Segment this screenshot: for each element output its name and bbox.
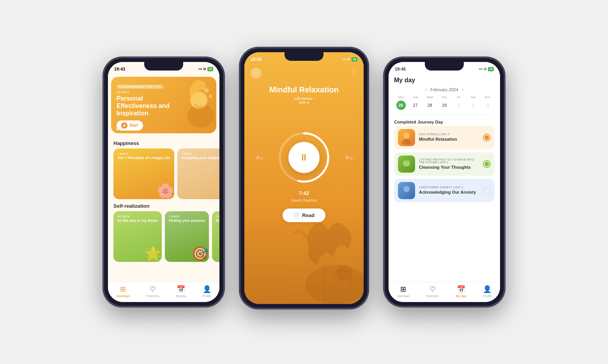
signal-icon-2: ▪▪▪ [343, 57, 346, 61]
journeys-label: Journeys [116, 294, 130, 298]
back-button[interactable]: ← [251, 68, 262, 79]
card-title-6: Di... [216, 219, 219, 223]
nav-journeys-1[interactable]: ⊞ Journeys [116, 285, 130, 298]
ji-check-2[interactable] [483, 160, 491, 168]
weekday-tue: Tue [408, 95, 423, 99]
start-label: Start [129, 123, 138, 127]
ji-check-1[interactable] [483, 134, 491, 141]
svg-point-2 [204, 88, 209, 93]
myday-label-3: My day [456, 294, 466, 298]
myday-label: My day [176, 294, 186, 298]
nav-favorites-1[interactable]: ♡ Favorites [147, 285, 159, 298]
journeys-icon: ⊞ [120, 285, 126, 293]
happiness-cards-row: 7 DAYS The 7 Principles of a Happy Life … [108, 148, 219, 199]
journey-item-1[interactable]: ANTI-STRESS | DAY 4 Mindful Relaxation [394, 126, 495, 149]
calendar-month: February 2024 [430, 87, 458, 92]
ji-title-2: Cleansing Your Thoughts [419, 164, 479, 170]
cal-date-2[interactable]: 2 [468, 101, 478, 110]
card-days-2: 7 DAYS [181, 152, 219, 155]
journey-item-3[interactable]: OVERCOMING ANXIETY | DAY 1 Acknowledging… [394, 179, 495, 202]
ji-meta-3: OVERCOMING ANXIETY | DAY 1 [419, 186, 479, 189]
card-title-1: The 7 Principles of a Happy Life [117, 156, 170, 161]
card-7principles[interactable]: 7 DAYS The 7 Principles of a Happy Life … [113, 148, 174, 199]
cal-date-26[interactable]: 26 [396, 101, 406, 110]
card-purpose[interactable]: 7 DAYS Finding your purpose 🎯 [165, 211, 209, 262]
card-days-4: 14 DAYS [117, 215, 158, 218]
phone3-content: My day ‹ February 2024 › Mon Tue Wed Thu… [389, 74, 500, 302]
wifi-icon-2: ⊙ [347, 57, 350, 61]
journeys-icon-3: ⊞ [400, 285, 406, 293]
svg-point-13 [403, 186, 410, 192]
card-accepting[interactable]: 7 DAYS Accepting your weight, age & look… [177, 148, 219, 199]
phone1-screen: 19:43 ▪▪▪ ⊙ 76 RECOMMENDED FOR YOU 13 DA… [108, 62, 219, 302]
hero-dots [117, 128, 125, 130]
card-6[interactable]: 7 DAYS Di... [212, 211, 219, 262]
cal-date-27[interactable]: 27 [411, 101, 420, 110]
phone3-screen: 19:45 ▪▪▪ ⊙ 75 My day ‹ February 2024 › [389, 62, 500, 302]
nav-profile-1[interactable]: 👤 Profile [202, 285, 211, 298]
hero-illustration [177, 79, 216, 129]
card-days-6: 7 DAYS [216, 215, 219, 218]
recommended-badge: RECOMMENDED FOR YOU [117, 85, 164, 89]
profile-icon-3: 👤 [483, 285, 491, 293]
card-title-2: Accepting your weight, age & look [181, 156, 219, 161]
nav-myday-3[interactable]: 📅 My day [456, 285, 466, 298]
cal-dates: 26 27 28 29 1 2 3 [389, 100, 500, 113]
nav-myday-1[interactable]: 📅 My day [176, 285, 186, 298]
phone-3: 19:45 ▪▪▪ ⊙ 75 My day ‹ February 2024 › [384, 57, 505, 307]
battery-1: 76 [207, 67, 213, 71]
nav-journeys-3[interactable]: ⊞ Journeys [397, 285, 409, 298]
cal-prev-arrow[interactable]: ‹ [425, 87, 426, 92]
cal-next-arrow[interactable]: › [462, 87, 464, 92]
phone2-screen: 18:50 ▪▪▪ ⊙ 76 ← ♡ Mindful Relaxation An… [244, 52, 364, 304]
svg-point-9 [403, 133, 410, 139]
ji-check-3[interactable] [483, 187, 491, 194]
cal-date-28[interactable]: 28 [425, 101, 435, 110]
favorites-icon-3: ♡ [429, 285, 436, 293]
happiness-section-title: Happiness [108, 136, 219, 148]
nav-profile-3[interactable]: 👤 Profile [483, 285, 492, 298]
nav-favorites-3[interactable]: ♡ Favorites [426, 285, 439, 298]
card-days-5: 7 DAYS [169, 215, 205, 218]
wifi-icon-3: ⊙ [484, 67, 487, 71]
skip-back-button[interactable]: ↺15 [255, 155, 263, 161]
journey-items: ANTI-STRESS | DAY 4 Mindful Relaxation [389, 126, 500, 302]
ji-thumb-1 [398, 129, 415, 146]
divider-1 [394, 115, 495, 115]
play-icon [121, 122, 127, 129]
cal-date-3[interactable]: 3 [483, 101, 492, 110]
pause-button[interactable]: ⏸ [288, 142, 320, 173]
favorites-label-3: Favorites [426, 294, 439, 298]
battery-3: 75 [488, 67, 494, 71]
dot-2 [120, 128, 122, 130]
day-label: DAY 4 [299, 101, 309, 104]
ji-image-2 [399, 156, 414, 172]
card-fig-1: 🌸 [157, 183, 174, 199]
card-days-1: 7 DAYS [117, 152, 170, 155]
self-cards-row: 14 DAYS On the way to my dream 🌟 7 DAYS … [108, 211, 219, 262]
status-time-2: 18:50 [251, 57, 262, 62]
myday-icon-3: 📅 [457, 285, 465, 293]
svg-point-12 [404, 159, 409, 162]
cal-date-1[interactable]: 1 [454, 101, 463, 110]
myday-icon: 📅 [177, 285, 185, 293]
profile-label-3: Profile [483, 294, 492, 298]
ji-info-3: OVERCOMING ANXIETY | DAY 1 Acknowledging… [419, 186, 479, 195]
profile-label: Profile [202, 294, 211, 298]
cal-date-29[interactable]: 29 [440, 101, 449, 110]
svg-point-10 [402, 140, 411, 145]
status-icons-2: ▪▪▪ ⊙ 76 [343, 57, 357, 62]
dot-3 [124, 128, 125, 130]
progress-ring: ⏸ ↺15 ↻15 [277, 130, 331, 185]
ji-info-1: ANTI-STRESS | DAY 4 Mindful Relaxation [419, 133, 479, 142]
phone-1: 19:43 ▪▪▪ ⊙ 76 RECOMMENDED FOR YOU 13 DA… [103, 57, 224, 307]
play-triangle [124, 124, 126, 127]
signal-icon: ▪▪▪ [198, 67, 202, 71]
journey-item-2[interactable]: LETTING THE PAST GO TO MOVE INTO THE FUT… [394, 152, 495, 176]
status-icons-1: ▪▪▪ ⊙ 76 [198, 67, 213, 71]
skip-forward-button[interactable]: ↻15 [345, 155, 353, 161]
track-title: Mindful Relaxation [244, 85, 364, 94]
heart-icon[interactable]: ♡ [351, 68, 357, 76]
card-dream[interactable]: 14 DAYS On the way to my dream 🌟 [113, 211, 162, 262]
calendar-nav: ‹ February 2024 › [389, 85, 500, 94]
